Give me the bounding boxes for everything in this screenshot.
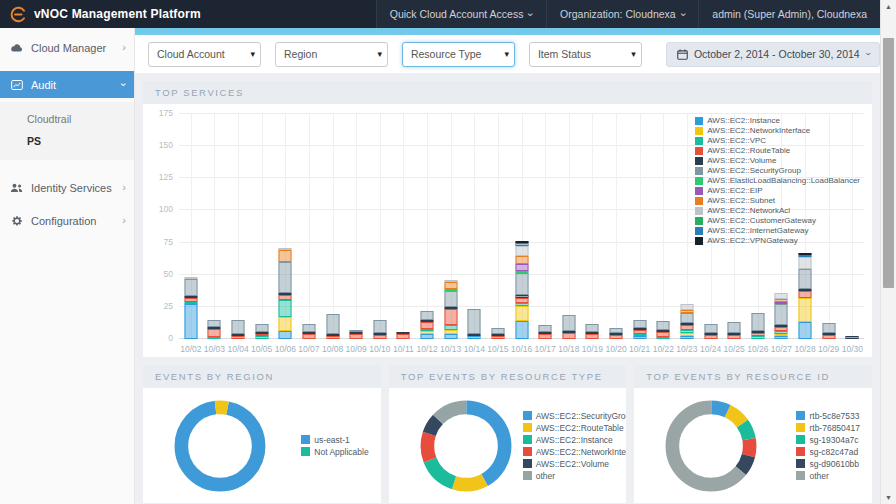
gridline bbox=[569, 114, 570, 339]
legend-item[interactable]: AWS::EC2::EIP bbox=[695, 186, 860, 195]
legend-swatch bbox=[301, 435, 310, 444]
x-axis-tick: 10/11 bbox=[393, 344, 414, 354]
region-select[interactable]: Region bbox=[275, 42, 388, 67]
bottom-panels: EVENTS BY REGION us-east-1Not Applicable… bbox=[135, 357, 880, 503]
legend-item[interactable]: AWS::EC2::InternetGateway bbox=[695, 226, 860, 235]
sidebar-item-identity-services[interactable]: Identity Services bbox=[0, 174, 134, 201]
stacked-bar bbox=[468, 309, 481, 339]
quick-cloud-account-access-menu[interactable]: Quick Cloud Account Access bbox=[376, 0, 546, 28]
bar-column: 10/11 bbox=[392, 114, 416, 339]
bar-segment bbox=[279, 331, 292, 339]
legend-item[interactable]: AWS::EC2::NetworkInterface bbox=[523, 447, 627, 457]
sidebar-item-cloudtrail[interactable]: Cloudtrail bbox=[0, 108, 134, 130]
legend-label: us-east-1 bbox=[314, 435, 349, 445]
legend-swatch bbox=[695, 217, 703, 225]
legend-swatch bbox=[695, 197, 703, 205]
bar-segment bbox=[515, 264, 528, 272]
legend-item[interactable]: AWS::EC2::CustomerGateway bbox=[695, 216, 860, 225]
bar-segment bbox=[799, 269, 812, 290]
legend-swatch bbox=[695, 157, 703, 165]
legend-label: sg-d90610bb bbox=[809, 459, 859, 469]
page-scrollbar[interactable]: ▲ ▼ bbox=[880, 0, 896, 504]
bar-segment bbox=[326, 314, 339, 335]
bar-segment bbox=[444, 291, 457, 306]
legend-item[interactable]: AWS::ElasticLoadBalancing::LoadBalancer bbox=[695, 176, 860, 185]
legend-item[interactable]: AWS::EC2::Volume bbox=[695, 156, 860, 165]
legend-item[interactable]: AWS::EC2::Subnet bbox=[695, 196, 860, 205]
bar-segment bbox=[279, 317, 292, 331]
user-account-menu[interactable]: admin (Super Admin), Cloudnexa bbox=[698, 0, 880, 28]
y-axis-tick: 150 bbox=[159, 140, 173, 150]
legend-item[interactable]: rtb-76850417 bbox=[796, 423, 860, 433]
item-status-select[interactable]: Item Status bbox=[529, 42, 642, 67]
legend-item[interactable]: AWS::EC2::NetworkAcl bbox=[695, 206, 860, 215]
legend-swatch bbox=[695, 117, 703, 125]
bar-segment bbox=[184, 304, 197, 339]
bar-segment bbox=[515, 246, 528, 256]
legend-label: AWS::EC2::CustomerGateway bbox=[707, 216, 816, 225]
x-axis-tick: 10/30 bbox=[842, 344, 863, 354]
bar-segment bbox=[586, 334, 599, 339]
legend-item[interactable]: Not Applicable bbox=[301, 447, 368, 457]
legend-item[interactable]: AWS::EC2::VPC bbox=[695, 136, 860, 145]
accent-strip bbox=[135, 28, 880, 35]
sidebar-item-configuration[interactable]: Configuration bbox=[0, 207, 134, 234]
sidebar-item-label: Identity Services bbox=[31, 182, 114, 194]
calendar-icon bbox=[677, 49, 688, 60]
bar-column: 10/05 bbox=[250, 114, 274, 339]
legend-label: AWS::EC2::Instance bbox=[707, 116, 780, 125]
legend-item[interactable]: sg-d90610bb bbox=[796, 459, 860, 469]
bar-segment bbox=[468, 336, 481, 339]
legend-item[interactable]: other bbox=[796, 471, 860, 481]
legend-item[interactable]: AWS::EC2::Volume bbox=[523, 459, 627, 469]
sidebar-item-ps[interactable]: PS bbox=[0, 130, 134, 152]
sidebar-item-cloud-manager[interactable]: Cloud Manager bbox=[0, 34, 134, 61]
legend-item[interactable]: us-east-1 bbox=[301, 435, 368, 445]
bar-column: 10/04 bbox=[226, 114, 250, 339]
stacked-bar bbox=[373, 320, 386, 339]
date-range-button[interactable]: October 2, 2014 - October 30, 2014 bbox=[666, 42, 880, 67]
legend-swatch bbox=[695, 177, 703, 185]
legend-label: AWS::EC2::NetworkInterface bbox=[536, 447, 627, 457]
cloud-account-select[interactable]: Cloud Account bbox=[148, 42, 261, 67]
gridline bbox=[498, 114, 499, 339]
legend-item[interactable]: other bbox=[523, 471, 627, 481]
legend-item[interactable]: AWS::EC2::Instance bbox=[695, 116, 860, 125]
bar-segment bbox=[562, 333, 575, 339]
stacked-bar bbox=[751, 313, 764, 339]
y-axis-tick: 50 bbox=[164, 269, 173, 279]
chevron-right-icon bbox=[122, 42, 126, 53]
legend-item[interactable]: AWS::EC2::SecurityGroup bbox=[695, 166, 860, 175]
legend-label: AWS::EC2::SecurityGroup bbox=[536, 411, 627, 421]
legend-item[interactable]: AWS::EC2::VPNGateway bbox=[695, 236, 860, 245]
sidebar-item-audit[interactable]: Audit bbox=[0, 71, 134, 98]
gridline bbox=[616, 114, 617, 339]
bar-segment bbox=[279, 300, 292, 317]
legend-item[interactable]: AWS::EC2::Instance bbox=[523, 435, 627, 445]
panel-title: TOP EVENTS BY RESOURCE TYPE bbox=[389, 365, 627, 388]
legend-item[interactable]: AWS::EC2::NetworkInterface bbox=[695, 126, 860, 135]
stacked-bar bbox=[350, 330, 363, 339]
legend-item[interactable]: sg-c82c47ad bbox=[796, 447, 860, 457]
legend-item[interactable]: AWS::EC2::SecurityGroup bbox=[523, 411, 627, 421]
scroll-down-arrow[interactable]: ▼ bbox=[881, 494, 896, 501]
legend-label: rtb-76850417 bbox=[809, 423, 860, 433]
resource-type-select[interactable]: Resource Type bbox=[402, 42, 515, 67]
scrollbar-thumb[interactable] bbox=[883, 38, 894, 288]
x-axis-tick: 10/28 bbox=[794, 344, 815, 354]
stacked-bar bbox=[846, 336, 859, 339]
stacked-bar bbox=[491, 328, 504, 339]
legend-item[interactable]: rtb-5c8e7533 bbox=[796, 411, 860, 421]
chevron-down-icon bbox=[119, 83, 130, 87]
stacked-bar bbox=[657, 321, 670, 339]
legend-item[interactable]: AWS::EC2::RouteTable bbox=[695, 146, 860, 155]
scroll-up-arrow[interactable]: ▲ bbox=[881, 3, 896, 10]
legend-label: sg-19304a7c bbox=[809, 435, 858, 445]
legend-item[interactable]: sg-19304a7c bbox=[796, 435, 860, 445]
menu-label: Quick Cloud Account Access bbox=[390, 8, 524, 20]
bar-column: 10/19 bbox=[581, 114, 605, 339]
organization-menu[interactable]: Organization: Cloudnexa bbox=[546, 0, 698, 28]
legend-item[interactable]: AWS::EC2::RouteTable bbox=[523, 423, 627, 433]
x-axis-tick: 10/02 bbox=[180, 344, 201, 354]
panel-title: TOP SERVICES bbox=[143, 81, 872, 104]
